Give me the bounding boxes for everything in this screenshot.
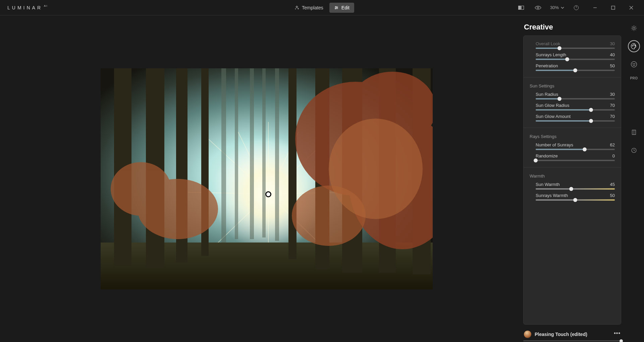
- template-more-button[interactable]: •••: [614, 330, 621, 336]
- history-tool[interactable]: [628, 144, 640, 156]
- svg-point-46: [111, 162, 171, 216]
- palette-icon: [631, 43, 637, 50]
- creative-panel-scroll[interactable]: Overall Look 30 Sunrays Length 40: [523, 36, 621, 325]
- svg-line-56: [632, 29, 633, 30]
- zoom-value: 30%: [550, 5, 559, 10]
- randomize-value: 0: [612, 153, 615, 158]
- app-logo: LUMINAR AI: [7, 5, 48, 10]
- pro-label: PRO: [630, 76, 638, 80]
- sliders-icon: [334, 5, 339, 10]
- creative-tool[interactable]: [628, 40, 640, 52]
- svg-line-57: [635, 26, 636, 27]
- overall-look-label: Overall Look: [536, 41, 560, 46]
- compare-view-button[interactable]: [517, 3, 526, 12]
- svg-rect-37: [221, 68, 226, 243]
- logo-superscript: AI: [44, 4, 48, 7]
- smile-icon: [631, 61, 637, 68]
- sun-settings-title: Sun Settings: [530, 83, 615, 88]
- svg-point-58: [632, 46, 633, 46]
- window-minimize-button[interactable]: [590, 3, 600, 12]
- number-of-sunrays-value: 62: [610, 142, 615, 147]
- sparkle-icon: [294, 5, 299, 10]
- window-close-button[interactable]: [627, 3, 636, 12]
- crop-tool[interactable]: [628, 126, 640, 138]
- template-opacity-slider[interactable]: [523, 340, 621, 341]
- image-canvas[interactable]: [101, 68, 433, 289]
- svg-rect-7: [521, 6, 524, 9]
- svg-point-48: [329, 119, 423, 219]
- svg-point-5: [335, 8, 336, 9]
- svg-rect-32: [288, 68, 297, 259]
- svg-point-1: [335, 6, 336, 7]
- sun-glow-amount-slider[interactable]: [536, 120, 615, 122]
- sun-radius-slider[interactable]: [536, 98, 615, 99]
- number-of-sunrays-slider[interactable]: [536, 149, 615, 150]
- sun-glow-amount-value: 70: [610, 114, 615, 119]
- sun-icon: [631, 25, 637, 31]
- applied-template-name[interactable]: Pleasing Touch (edited): [535, 332, 610, 337]
- zoom-dropdown[interactable]: 30%: [550, 5, 564, 10]
- svg-point-63: [635, 64, 635, 64]
- svg-rect-41: [275, 68, 279, 241]
- sun-position-marker[interactable]: [265, 191, 271, 197]
- randomize-label: Randomize: [536, 153, 558, 158]
- sun-radius-value: 30: [610, 92, 615, 97]
- edit-tab[interactable]: Edit: [329, 3, 354, 13]
- number-of-sunrays-label: Number of Sunrays: [536, 142, 573, 147]
- template-avatar: [524, 331, 531, 338]
- sunrays-length-slider[interactable]: [536, 59, 615, 60]
- svg-rect-38: [235, 68, 238, 239]
- window-maximize-button[interactable]: [608, 3, 618, 12]
- svg-line-54: [632, 26, 633, 27]
- pro-tool[interactable]: PRO: [630, 76, 638, 80]
- templates-tab-label: Templates: [302, 5, 323, 10]
- penetration-slider[interactable]: [536, 70, 615, 71]
- sunrays-length-value: 40: [610, 52, 615, 57]
- svg-rect-40: [262, 68, 266, 237]
- svg-line-55: [635, 29, 636, 30]
- logo-text: LUMINAR: [7, 5, 43, 10]
- randomize-slider[interactable]: [536, 160, 615, 161]
- svg-point-3: [336, 7, 337, 8]
- sunrays-length-label: Sunrays Length: [536, 52, 566, 57]
- portrait-tool[interactable]: [628, 58, 640, 70]
- rays-settings-title: Rays Settings: [530, 134, 615, 139]
- sunrays-warmth-value: 50: [610, 193, 615, 198]
- sun-warmth-value: 45: [610, 182, 615, 187]
- sun-glow-amount-label: Sun Glow Amount: [536, 114, 571, 119]
- svg-point-61: [631, 62, 637, 67]
- sun-glow-radius-value: 70: [610, 103, 615, 108]
- chevron-down-icon: [561, 7, 564, 9]
- templates-tab[interactable]: Templates: [290, 3, 328, 13]
- penetration-label: Penetration: [536, 63, 558, 68]
- preview-image: [101, 68, 433, 289]
- overall-look-slider[interactable]: [536, 48, 615, 49]
- help-button[interactable]: [572, 3, 581, 12]
- preview-eye-button[interactable]: [533, 3, 543, 12]
- sun-warmth-label: Sun Warmth: [536, 182, 560, 187]
- svg-rect-11: [611, 6, 615, 9]
- sun-glow-radius-slider[interactable]: [536, 109, 615, 111]
- svg-point-49: [633, 27, 635, 29]
- crop-icon: [631, 129, 637, 135]
- svg-point-8: [537, 7, 539, 8]
- penetration-value: 50: [610, 63, 615, 68]
- panel-title: Creative: [524, 23, 621, 31]
- svg-rect-6: [518, 6, 521, 9]
- sunrays-warmth-label: Sunrays Warmth: [536, 193, 568, 198]
- clock-icon: [631, 147, 637, 153]
- svg-rect-39: [250, 68, 254, 239]
- svg-point-60: [635, 46, 636, 46]
- svg-point-62: [633, 64, 634, 64]
- edit-tab-label: Edit: [341, 5, 350, 10]
- overall-look-value: 30: [610, 41, 615, 46]
- sunrays-warmth-slider[interactable]: [536, 199, 615, 201]
- sun-glow-radius-label: Sun Glow Radius: [536, 103, 569, 108]
- sun-warmth-slider[interactable]: [536, 188, 615, 190]
- sun-radius-label: Sun Radius: [536, 92, 558, 97]
- essentials-tool[interactable]: [628, 22, 640, 34]
- warmth-title: Warmth: [530, 174, 615, 179]
- svg-point-59: [634, 45, 634, 45]
